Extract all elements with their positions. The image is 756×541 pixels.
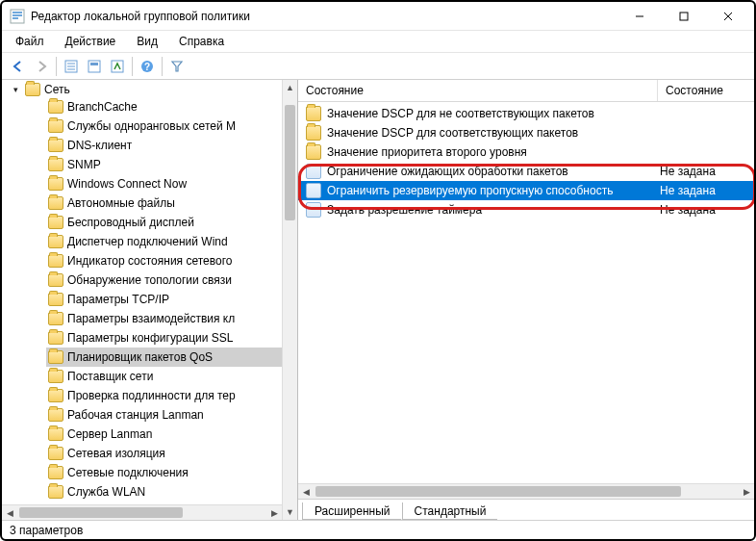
tree-item-label: BranchCache: [67, 98, 138, 116]
tree-item-label: Параметры конфигурации SSL: [67, 329, 233, 347]
folder-icon: [25, 83, 40, 96]
tree-item[interactable]: Сервер Lanman: [46, 425, 297, 444]
window-title: Редактор локальной групповой политики: [31, 10, 617, 23]
scroll-up-icon[interactable]: ▲: [283, 80, 297, 95]
app-icon: [10, 9, 25, 24]
tree-item[interactable]: ▸Параметры TCP/IP: [46, 290, 297, 309]
svg-rect-13: [90, 63, 98, 65]
folder-icon: [48, 485, 63, 499]
list-row[interactable]: Задать разрешение таймераНе задана: [298, 200, 754, 219]
menu-view[interactable]: Вид: [129, 33, 165, 50]
list-hscroll-thumb[interactable]: [315, 486, 681, 497]
list-row[interactable]: Ограничить резервируемую пропускную спос…: [298, 181, 754, 200]
tree-item[interactable]: BranchCache: [46, 97, 297, 116]
folder-icon: [48, 293, 63, 306]
maximize-button[interactable]: [662, 2, 706, 31]
folder-icon: [306, 144, 321, 160]
column-state[interactable]: Состояние: [658, 80, 754, 101]
tree-item[interactable]: SNMP: [46, 155, 297, 174]
tree-item[interactable]: Диспетчер подключений Wind: [46, 232, 297, 251]
tree-item[interactable]: Беспроводный дисплей: [46, 213, 297, 232]
toolbar-export-icon[interactable]: [107, 56, 128, 77]
tree-item[interactable]: Планировщик пакетов QoS: [46, 348, 297, 367]
folder-icon: [48, 254, 63, 268]
tree-item[interactable]: Windows Connect Now: [46, 174, 297, 193]
tree-item[interactable]: Индикатор состояния сетевого: [46, 251, 297, 270]
column-name[interactable]: Состояние: [298, 80, 658, 101]
scroll-right-icon[interactable]: ▶: [266, 505, 282, 520]
scroll-right-icon[interactable]: ▶: [739, 484, 754, 499]
folder-icon: [48, 389, 63, 402]
svg-rect-12: [88, 61, 100, 72]
tree-item[interactable]: Проверка подлинности для тер: [46, 386, 297, 405]
tree-item[interactable]: Поставщик сети: [46, 367, 297, 386]
folder-icon: [48, 466, 63, 479]
list-row-state: Не задана: [660, 184, 748, 197]
toolbar-properties-icon[interactable]: [84, 56, 105, 77]
scroll-down-icon[interactable]: ▼: [283, 504, 297, 520]
forward-button[interactable]: [31, 56, 52, 77]
menu-help[interactable]: Справка: [171, 33, 232, 50]
list-row[interactable]: Ограничение ожидающих обработки пакетовН…: [298, 162, 754, 181]
list-row-state: Не задана: [660, 203, 748, 217]
tab-extended[interactable]: Расширенный: [302, 502, 402, 520]
status-text: 3 параметров: [10, 524, 83, 537]
tree-hscroll[interactable]: ◀ ▶: [2, 504, 282, 520]
tree-item-label: Рабочая станция Lanman: [67, 406, 204, 424]
folder-icon: [306, 106, 321, 121]
toolbar-list-icon[interactable]: [61, 56, 82, 77]
toolbar-filter-icon[interactable]: [166, 56, 188, 77]
folder-icon: [48, 158, 63, 171]
tree-item[interactable]: DNS-клиент: [46, 136, 297, 155]
svg-rect-1: [13, 12, 22, 13]
tree-item[interactable]: Обнаружение топологии связи: [46, 270, 297, 290]
folder-icon: [48, 350, 63, 364]
tree-item-label: Автономные файлы: [67, 194, 175, 212]
tree-item[interactable]: Сетевая изоляция: [46, 444, 297, 463]
tree-item-label: Windows Connect Now: [67, 175, 187, 193]
folder-icon: [48, 235, 63, 248]
scroll-left-icon[interactable]: ◀: [2, 505, 17, 520]
tree-item-label: Индикатор состояния сетевого: [67, 252, 232, 270]
tree-root[interactable]: ▾Сеть: [25, 82, 297, 97]
titlebar: Редактор локальной групповой политики: [2, 2, 754, 31]
back-button[interactable]: [8, 56, 29, 77]
tree-item[interactable]: ▸Служба WLAN: [46, 482, 297, 502]
list-row-label: Ограничение ожидающих обработки пакетов: [327, 165, 660, 178]
minimize-button[interactable]: [617, 2, 662, 31]
chevron-down-icon[interactable]: ▾: [10, 84, 21, 95]
scroll-left-icon[interactable]: ◀: [298, 484, 314, 499]
list-row[interactable]: Значение DSCP для соответствующих пакето…: [298, 123, 754, 142]
statusbar: 3 параметров: [2, 520, 754, 539]
close-button[interactable]: [706, 2, 750, 31]
list-hscroll[interactable]: ◀ ▶: [298, 483, 754, 499]
tree-item[interactable]: Параметры взаимодействия кл: [46, 309, 297, 328]
tree-item[interactable]: Автономные файлы: [46, 193, 297, 213]
tree-item-label: SNMP: [67, 156, 101, 173]
tree-item-label: Сетевые подключения: [67, 464, 189, 481]
menu-file[interactable]: Файл: [8, 33, 52, 50]
svg-rect-2: [13, 14, 22, 16]
list-row[interactable]: Значение DSCP для не соответствующих пак…: [298, 104, 754, 123]
menu-action[interactable]: Действие: [58, 33, 124, 50]
list-row[interactable]: Значение приоритета второго уровня: [298, 142, 754, 162]
tree-hscroll-thumb[interactable]: [19, 507, 183, 518]
tree-root-label: Сеть: [44, 83, 70, 96]
tree-item-label: Сервер Lanman: [67, 425, 152, 443]
tree-item[interactable]: ▸Службы одноранговых сетей М: [46, 116, 297, 136]
toolbar: ?: [2, 53, 754, 80]
toolbar-help-icon[interactable]: ?: [137, 56, 158, 77]
tab-standard[interactable]: Стандартный: [402, 502, 498, 520]
list-row-state: Не задана: [660, 165, 748, 178]
tree-item[interactable]: Параметры конфигурации SSL: [46, 328, 297, 348]
tree-item[interactable]: Сетевые подключения: [46, 463, 297, 482]
folder-icon: [306, 125, 321, 141]
list-row-label: Ограничить резервируемую пропускную спос…: [327, 184, 660, 197]
tree-vscroll-thumb[interactable]: [285, 105, 295, 220]
tree-pane: ▾СетьBranchCache▸Службы одноранговых сет…: [2, 80, 298, 520]
tree-vscroll[interactable]: ▲ ▼: [282, 80, 297, 520]
tree-item[interactable]: Рабочая станция Lanman: [46, 405, 297, 425]
svg-text:?: ?: [144, 62, 150, 72]
folder-icon: [48, 139, 63, 152]
folder-icon: [48, 100, 63, 114]
